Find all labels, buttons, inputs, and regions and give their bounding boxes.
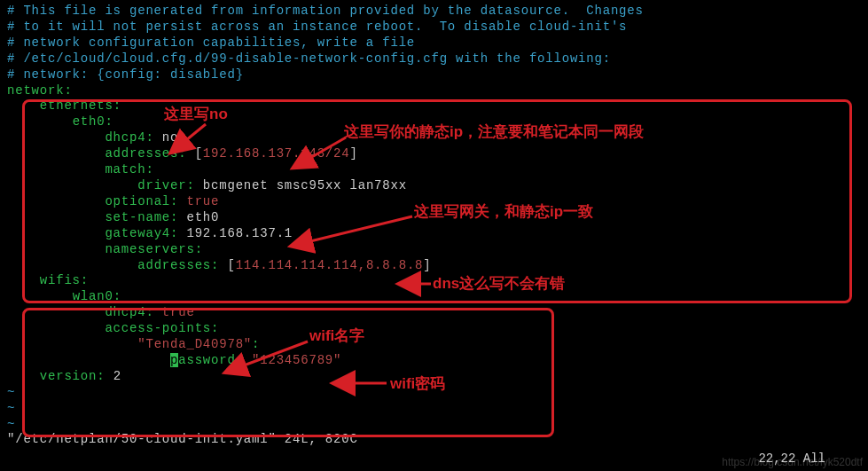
yaml-wifis: wifis: — [7, 273, 861, 289]
yaml-ns-addresses: addresses: [114.114.114.114,8.8.8.8] — [7, 258, 861, 274]
yaml-wlan0: wlan0: — [7, 289, 861, 305]
comment-line-3: # network configuration capabilities, wr… — [7, 35, 861, 51]
yaml-dhcp4: dhcp4: no — [7, 130, 861, 146]
vim-status-left: "/etc/netplan/50-cloud-init.yaml" 24L, 8… — [7, 432, 861, 448]
yaml-optional: optional: true — [7, 194, 861, 210]
cursor: p — [170, 353, 178, 367]
comment-line-4: # /etc/cloud/cloud.cfg.d/99-disable-netw… — [7, 51, 861, 67]
yaml-setname: set-name: eth0 — [7, 210, 861, 226]
yaml-ap-password: password: "123456789" — [7, 353, 861, 369]
vim-tilde: ~ — [7, 417, 861, 433]
vim-tilde: ~ — [7, 385, 861, 401]
yaml-eth0: eth0: — [7, 114, 861, 130]
comment-line-2: # to it will not persist across an insta… — [7, 20, 861, 35]
vim-tilde: ~ — [7, 401, 861, 417]
yaml-network: network: — [7, 83, 861, 99]
comment-line-1: # This file is generated from informatio… — [7, 4, 861, 20]
yaml-wlan-dhcp4: dhcp4: true — [7, 305, 861, 321]
yaml-driver: driver: bcmgenet smsc95xx lan78xx — [7, 178, 861, 194]
yaml-ap-name: "Tenda_D40978": — [7, 337, 861, 353]
yaml-version: version: 2 — [7, 369, 861, 385]
yaml-gateway4: gateway4: 192.168.137.1 — [7, 226, 861, 242]
yaml-addresses: addresses: [192.168.137.143/24] — [7, 146, 861, 162]
yaml-ethernets: ethernets: — [7, 98, 861, 114]
watermark: https://blog.csdn.net/lyk520dtf — [722, 456, 863, 469]
yaml-nameservers: nameservers: — [7, 242, 861, 258]
yaml-match: match: — [7, 162, 861, 178]
yaml-access-points: access-points: — [7, 321, 861, 337]
comment-line-5: # network: {config: disabled} — [7, 67, 861, 83]
